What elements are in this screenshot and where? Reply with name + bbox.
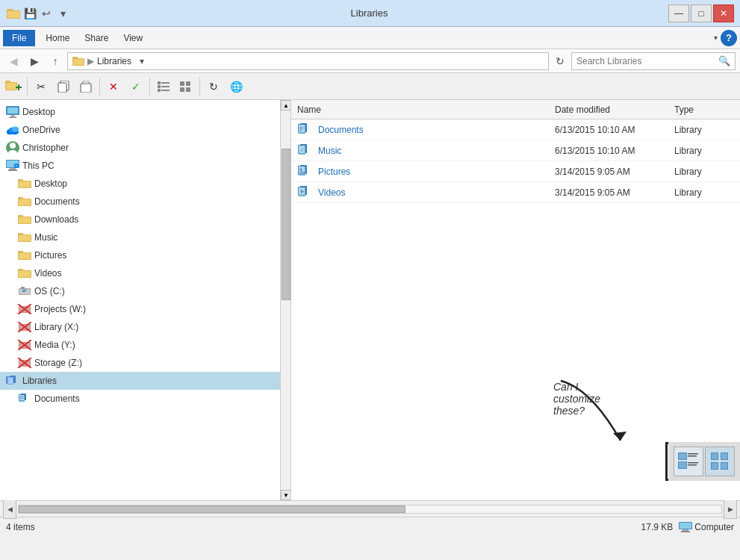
refresh-toolbar-button[interactable]: ↻ — [203, 76, 224, 97]
undo-icon[interactable]: ↩ — [39, 6, 54, 21]
copy-button[interactable] — [53, 76, 74, 97]
file-name-music: Music — [318, 146, 555, 156]
rename-button[interactable]: ✓ — [125, 76, 146, 97]
h-scroll-track[interactable] — [18, 505, 722, 514]
path-dropdown-arrow[interactable]: ▾ — [134, 53, 149, 69]
bottom-scroll-bar: ◀ ▶ — [0, 500, 740, 517]
file-row-videos[interactable]: Videos 3/14/2015 9:05 AM Library — [291, 182, 740, 203]
sidebar-label-onedrive: OneDrive — [22, 125, 60, 135]
sidebar-item-os-c[interactable]: OS (C:) — [0, 282, 290, 300]
network-drive-x-icon — [18, 320, 31, 334]
status-location: Computer — [679, 522, 734, 532]
search-box[interactable]: 🔍 — [571, 52, 736, 70]
toolbar: ✂ ✕ ✓ ↻ 🌐 — [0, 73, 740, 100]
close-button[interactable]: ✕ — [713, 4, 734, 22]
file-icon-videos — [297, 184, 314, 201]
sidebar-item-documents2[interactable]: Documents — [0, 390, 290, 408]
sidebar-label-library-x: Library (X:) — [34, 322, 78, 332]
h-scroll-thumb[interactable] — [19, 505, 405, 513]
sidebar-item-library-x[interactable]: Library (X:) — [0, 318, 290, 336]
sidebar-label-desktop: Desktop — [22, 107, 55, 117]
sidebar-item-projects-w[interactable]: Projects (W:) — [0, 300, 290, 318]
large-icons-button[interactable] — [175, 76, 196, 97]
svg-rect-90 — [20, 396, 23, 397]
sidebar-item-media-y[interactable]: Media (Y:) — [0, 336, 290, 354]
sidebar-item-pictures[interactable]: Pictures — [0, 246, 290, 264]
sidebar-item-downloads[interactable]: Downloads — [0, 211, 290, 228]
svg-rect-133 — [680, 523, 691, 529]
svg-rect-19 — [161, 86, 170, 87]
globe-button[interactable]: 🌐 — [226, 76, 246, 97]
file-row-pictures[interactable]: Pictures 3/14/2015 9:05 AM Library — [291, 161, 740, 182]
search-input[interactable] — [576, 56, 715, 66]
sidebar-scrollbar[interactable]: ▲ ▼ — [280, 100, 290, 500]
svg-rect-54 — [19, 235, 31, 241]
file-menu-button[interactable]: File — [3, 30, 35, 46]
sidebar-item-storage-z[interactable]: Storage (Z:) — [0, 354, 290, 372]
svg-rect-118 — [688, 453, 698, 455]
sidebar-item-onedrive[interactable]: OneDrive — [0, 121, 290, 139]
window-controls: — □ ✕ — [668, 4, 734, 22]
view-menu-item[interactable]: View — [116, 30, 150, 46]
svg-rect-15 — [83, 81, 89, 84]
col-header-date[interactable]: Date modified — [555, 105, 674, 115]
scrollbar-down-arrow[interactable]: ▼ — [281, 490, 291, 500]
ribbon-dropdown-arrow[interactable]: ▾ — [714, 34, 718, 42]
cut-button[interactable]: ✂ — [31, 76, 52, 97]
delete-button[interactable]: ✕ — [103, 76, 124, 97]
sidebar-item-libraries[interactable]: Libraries — [0, 372, 290, 390]
new-folder-button[interactable] — [3, 76, 24, 97]
address-path[interactable]: ▶ Libraries ▾ — [67, 52, 549, 70]
main-content: Desktop OneDrive — [0, 100, 740, 500]
sidebar-item-music[interactable]: Music — [0, 228, 290, 246]
back-button[interactable]: ◀ — [4, 52, 22, 70]
details-view-toggle[interactable] — [674, 447, 703, 476]
sidebar-item-desktop2[interactable]: Desktop — [0, 175, 290, 193]
h-scroll-left[interactable]: ◀ — [3, 500, 16, 519]
refresh-button[interactable]: ↻ — [552, 53, 568, 69]
file-icon-pictures — [297, 164, 314, 180]
save-icon[interactable]: 💾 — [22, 6, 37, 21]
svg-rect-85 — [8, 378, 13, 384]
maximize-button[interactable]: □ — [691, 4, 712, 22]
scrollbar-up-arrow[interactable]: ▲ — [281, 100, 291, 111]
svg-rect-22 — [180, 81, 184, 86]
title-bar-left: 💾 ↩ ▾ — [6, 6, 70, 21]
h-scroll-right[interactable]: ▶ — [724, 500, 737, 519]
home-menu-item[interactable]: Home — [38, 30, 77, 46]
svg-rect-21 — [161, 90, 170, 91]
dropdown-icon[interactable]: ▾ — [55, 6, 70, 21]
window-title: Libraries — [70, 7, 668, 19]
forward-button[interactable]: ▶ — [25, 52, 43, 70]
path-libraries: Libraries — [97, 56, 131, 66]
sidebar-item-christopher[interactable]: Christopher — [0, 139, 290, 157]
col-header-name[interactable]: Name — [297, 105, 555, 115]
col-header-type[interactable]: Type — [674, 105, 734, 115]
sidebar-label-projects-w: Projects (W:) — [34, 304, 86, 314]
toolbar-separator-4 — [199, 78, 200, 96]
svg-rect-17 — [161, 82, 170, 84]
sidebar-item-videos[interactable]: Videos — [0, 264, 290, 282]
scrollbar-track — [281, 111, 290, 490]
minimize-button[interactable]: — — [668, 4, 689, 22]
quick-access-toolbar: 💾 ↩ ▾ — [6, 6, 70, 21]
paste-button[interactable] — [75, 76, 96, 97]
svg-rect-60 — [19, 271, 31, 277]
sidebar-item-desktop[interactable]: Desktop — [0, 103, 290, 121]
file-row-documents[interactable]: Documents 6/13/2015 10:10 AM Library — [291, 119, 740, 140]
scrollbar-thumb[interactable] — [282, 149, 290, 300]
svg-rect-63 — [21, 287, 25, 289]
svg-rect-10 — [18, 84, 19, 90]
file-date-pictures: 3/14/2015 9:05 AM — [555, 167, 674, 177]
sidebar-item-this-pc[interactable]: This PC — [0, 157, 290, 175]
details-view-button[interactable] — [153, 76, 174, 97]
sidebar-item-documents[interactable]: Documents — [0, 193, 290, 211]
file-row-music[interactable]: ♪ Music 6/13/2015 10:10 AM Library — [291, 140, 740, 161]
svg-rect-129 — [712, 463, 718, 469]
file-type-documents: Library — [674, 125, 734, 135]
share-menu-item[interactable]: Share — [77, 30, 116, 46]
file-date-documents: 6/13/2015 10:10 AM — [555, 125, 674, 135]
up-button[interactable]: ↑ — [46, 52, 64, 70]
help-button[interactable]: ? — [721, 30, 737, 46]
list-view-toggle[interactable] — [705, 447, 735, 476]
